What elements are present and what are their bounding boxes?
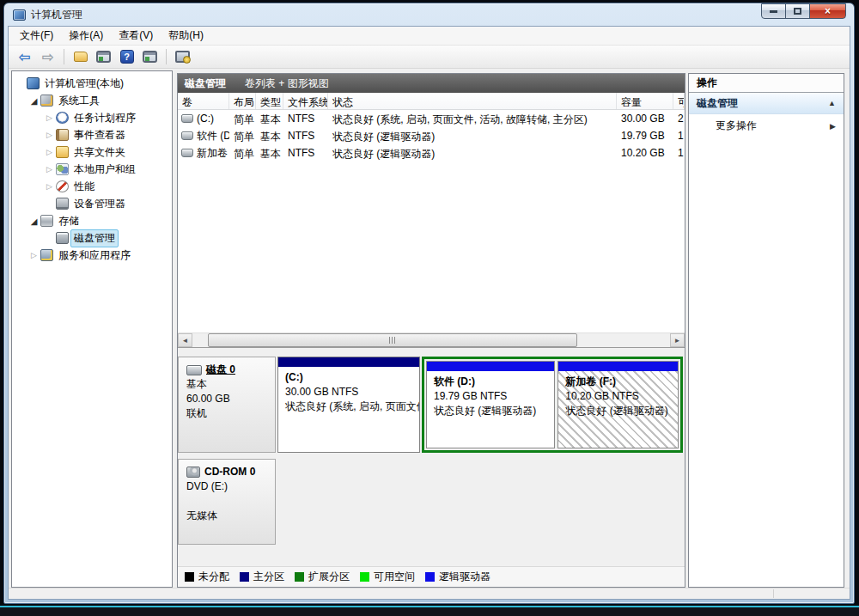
scroll-left-icon[interactable]: ◄ (178, 333, 192, 347)
disk0-info-card[interactable]: 磁盘 0 基本 60.00 GB 联机 (178, 357, 276, 453)
tree-item-device-manager[interactable]: 设备管理器 (12, 195, 172, 212)
tree-item-disk-management[interactable]: 磁盘管理 (12, 229, 172, 247)
column-type[interactable]: 类型 (256, 93, 283, 109)
tree-item-performance[interactable]: ▷ 性能 (12, 178, 172, 195)
tree-item-task-scheduler[interactable]: ▷ 任务计划程序 (12, 109, 172, 126)
scroll-right-icon[interactable]: ► (670, 333, 685, 347)
partition-c[interactable]: (C:) 30.00 GB NTFS 状态良好 (系统, 启动, 页面文件, 活… (277, 357, 420, 453)
cdrom-drive-icon (186, 467, 200, 478)
disk-management-panel: 磁盘管理 卷列表 + 图形视图 卷 布局 类型 文件系统 状态 容量 可 (C:… (177, 73, 685, 588)
expander-collapsed-icon[interactable]: ▷ (44, 131, 55, 139)
window-title: 计算机管理 (31, 8, 82, 22)
cdrom-info-card[interactable]: CD-ROM 0 DVD (E:) 无媒体 (178, 459, 276, 545)
performance-icon (56, 180, 69, 192)
menu-file[interactable]: 文件(F) (12, 26, 61, 46)
partition-d[interactable]: 软件 (D:) 19.79 GB NTFS 状态良好 (逻辑驱动器) (426, 361, 555, 448)
volume-icon (181, 114, 193, 123)
expander-collapsed-icon[interactable]: ▷ (44, 182, 55, 191)
app-icon (13, 9, 26, 21)
actions-panel: 操作 磁盘管理 ▲ 更多操作 ▶ (688, 73, 844, 588)
scrollbar-track[interactable] (192, 333, 670, 347)
disk0-partitions: (C:) 30.00 GB NTFS 状态良好 (系统, 启动, 页面文件, 活… (276, 357, 683, 453)
minimize-button[interactable] (761, 3, 786, 19)
volume-icon (181, 149, 193, 157)
expander-expanded-icon[interactable]: ◢ (28, 217, 40, 226)
column-layout[interactable]: 布局 (229, 93, 256, 109)
toolbar-separator (166, 49, 167, 64)
submenu-arrow-icon: ▶ (830, 122, 836, 131)
show-action-pane-button[interactable] (140, 47, 160, 66)
column-free[interactable]: 可 (673, 93, 685, 109)
titlebar[interactable]: 计算机管理 × (4, 3, 854, 26)
more-actions-item[interactable]: 更多操作 ▶ (689, 114, 844, 137)
column-capacity[interactable]: 容量 (617, 93, 673, 109)
show-console-tree-button[interactable] (94, 47, 113, 66)
maximize-button[interactable] (785, 3, 810, 19)
computer-icon (27, 77, 40, 89)
disk0-status: 联机 (186, 406, 267, 421)
disk0-type: 基本 (186, 377, 267, 392)
legend-extended: 扩展分区 (295, 570, 350, 584)
column-filesystem[interactable]: 文件系统 (283, 93, 328, 109)
back-arrow-icon: ⇦ (18, 50, 30, 64)
tree-item-services-applications[interactable]: ▷ 服务和应用程序 (12, 247, 172, 264)
legend-unallocated: 未分配 (185, 570, 229, 584)
tree-item-storage[interactable]: ◢ 存储 (12, 212, 172, 229)
minimize-icon (770, 10, 777, 13)
cdrom-drive-letter: DVD (E:) (186, 479, 267, 494)
menu-view[interactable]: 查看(V) (111, 26, 161, 46)
window-controls: × (762, 3, 846, 19)
legend-swatch (360, 572, 369, 582)
clock-icon (56, 112, 69, 124)
menu-action[interactable]: 操作(A) (61, 26, 111, 46)
legend-swatch (425, 572, 435, 582)
export-list-button[interactable] (70, 47, 90, 66)
expander-collapsed-icon[interactable]: ▷ (28, 251, 40, 259)
computer-management-window: 计算机管理 × 文件(F) 操作(A) 查看(V) 帮助(H) ⇦ ⇨ ? (3, 3, 855, 604)
volume-row-d[interactable]: 软件 (D:) 简单 基本 NTFS 状态良好 (逻辑驱动器) 19.79 GB… (178, 127, 685, 144)
volume-row-f[interactable]: 新加卷 ... 简单 基本 NTFS 状态良好 (逻辑驱动器) 10.20 GB… (178, 144, 685, 162)
tree-item-shared-folders[interactable]: ▷ 共享文件夹 (12, 143, 172, 161)
volume-list: 卷 布局 类型 文件系统 状态 容量 可 (C:) 简单 基本 NTFS 状态良… (178, 93, 685, 332)
actions-section-disk-management[interactable]: 磁盘管理 ▲ (689, 93, 844, 114)
close-button[interactable]: × (809, 3, 846, 19)
scrollbar-thumb[interactable] (208, 333, 577, 347)
volume-row-c[interactable]: (C:) 简单 基本 NTFS 状态良好 (系统, 启动, 页面文件, 活动, … (178, 110, 685, 127)
expander-collapsed-icon[interactable]: ▷ (44, 165, 55, 174)
horizontal-scrollbar[interactable]: ◄ ► (178, 332, 685, 347)
disk0-size: 60.00 GB (186, 392, 267, 406)
main-area: 计算机管理(本地) ◢ 系统工具 ▷ 任务计划程序 ▷ 事件查看器 (9, 69, 850, 588)
statusbar-divider (773, 589, 774, 598)
legend-swatch (295, 572, 304, 582)
forward-button[interactable]: ⇨ (38, 47, 58, 66)
expander-expanded-icon[interactable]: ◢ (28, 96, 40, 106)
tree-item-event-viewer[interactable]: ▷ 事件查看器 (12, 126, 172, 143)
tree-item-computer-management[interactable]: 计算机管理(本地) (12, 75, 172, 92)
console-properties-button[interactable] (173, 47, 192, 66)
partition-f-selected[interactable]: 新加卷 (F:) 10.20 GB NTFS 状态良好 (逻辑驱动器) (557, 361, 679, 448)
cdrom-row: CD-ROM 0 DVD (E:) 无媒体 (178, 459, 683, 545)
window-frame: 文件(F) 操作(A) 查看(V) 帮助(H) ⇦ ⇨ ? 计算机管理(本地) (8, 26, 850, 600)
taskbar-edge (0, 606, 859, 616)
column-volume[interactable]: 卷 (178, 93, 229, 109)
partition-legend: 未分配 主分区 扩展分区 可用空间 逻辑驱动器 (178, 566, 685, 587)
back-button[interactable]: ⇦ (15, 47, 34, 66)
menu-help[interactable]: 帮助(H) (161, 26, 211, 46)
console-tree-icon (96, 51, 111, 63)
panel-title: 磁盘管理 (185, 76, 226, 91)
volume-list-empty-space (178, 162, 685, 332)
shared-folder-icon (56, 146, 69, 158)
device-manager-icon (56, 198, 69, 210)
expander-collapsed-icon[interactable]: ▷ (44, 148, 55, 156)
expander-collapsed-icon[interactable]: ▷ (44, 113, 55, 122)
legend-logical-drive: 逻辑驱动器 (425, 570, 490, 584)
disk-icon (56, 232, 69, 244)
tree-item-system-tools[interactable]: ◢ 系统工具 (12, 92, 172, 109)
console-gear-icon (175, 51, 190, 63)
statusbar (9, 588, 850, 599)
help-icon: ? (120, 50, 134, 64)
column-status[interactable]: 状态 (328, 93, 617, 109)
collapse-icon[interactable]: ▲ (828, 99, 836, 107)
tree-item-local-users-groups[interactable]: ▷ 本地用户和组 (12, 161, 172, 178)
help-button[interactable]: ? (117, 47, 137, 66)
